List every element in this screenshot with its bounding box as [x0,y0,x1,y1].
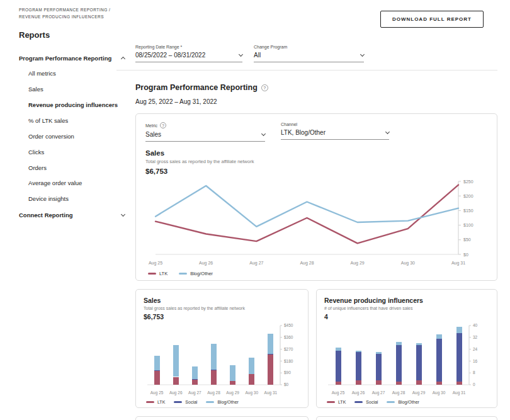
legend-item-blog-other: Blog/Other [387,400,419,404]
legend-label: Social [366,400,378,404]
legend-label: Blog/Other [217,400,238,404]
change-program-select[interactable]: Change Program All [254,45,364,62]
chevron-up-icon [121,57,125,61]
sidebar-item-clicks[interactable]: Clicks [19,149,126,156]
x-tick-label: Aug 29 [412,390,426,395]
bar-segment-social [416,345,422,380]
x-tick-label: Aug 30 [433,390,446,395]
bar-segment-ltk [436,382,442,385]
bar-segment-social [396,345,402,382]
x-tick-label: Aug 30 [401,261,415,266]
sidebar-item-revenue-producing-influencers[interactable]: Revenue producing influencers [19,102,126,109]
bar-segment-social [249,374,254,375]
influencers-bar-chart: 0816243240Aug 25Aug 26Aug 27Aug 28Aug 29… [324,321,489,399]
card-filters: Metric ? Sales Channel LTK, Blog/Other [145,122,487,142]
legend-swatch [174,401,182,403]
x-tick-label: Aug 28 [392,390,405,395]
x-tick-label: Aug 29 [226,390,239,395]
sidebar-item-device-insights[interactable]: Device insights [19,196,126,203]
legend-label: LTK [159,271,167,276]
channel-select-value[interactable]: LTK, Blog/Other [281,129,389,140]
report-date-range: Aug 25, 2022 – Aug 31, 2022 [135,98,497,105]
sidebar-section-connect-reporting[interactable]: Connect Reporting [19,212,125,219]
x-tick-label: Aug 29 [351,261,365,266]
line-series-blog-other [156,186,458,227]
chevron-down-icon [239,52,243,57]
y-tick-label: $270 [284,347,293,351]
sidebar-item-all-metrics[interactable]: All metrics [19,71,126,77]
bar-segment-social [154,370,160,371]
legend-swatch [354,401,363,403]
main-content: Reporting Date Range * 08/25/2022 – 08/3… [135,45,497,420]
bar-segment-social [268,354,273,355]
sidebar-item-average-order-value[interactable]: Average order value [19,180,126,187]
y-tick-label: $0 [463,253,468,257]
sidebar-section-program-performance-reporting[interactable]: Program Performance Reporting [19,55,125,62]
chart-legend: LTKSocialBlog/Other [324,400,489,404]
legend-item-social: Social [354,400,378,404]
bar-segment-blog-other [230,365,235,381]
sidebar-section-label: Connect Reporting [19,212,73,219]
sidebar-item-orders[interactable]: Orders [19,165,126,172]
x-tick-label: Aug 27 [249,261,263,266]
y-tick-label: $360 [284,335,293,339]
bar-segment-social [173,377,179,377]
x-tick-label: Aug 30 [245,390,258,395]
y-tick-label: $0 [284,382,289,387]
download-full-report-button[interactable]: DOWNLOAD FULL REPORT [380,11,484,28]
bar-segment-ltk [230,381,235,385]
legend-swatch [146,401,154,403]
channel-select[interactable]: Channel LTK, Blog/Other [281,122,389,142]
x-tick-label: Aug 27 [372,390,385,395]
report-title-row: Program Performance Reporting ? [135,83,497,92]
chevron-down-icon [121,212,125,217]
legend-swatch [387,401,395,403]
bar-segment-social [456,333,462,382]
date-range-select[interactable]: Reporting Date Range * 08/25/2022 – 08/3… [135,45,242,62]
date-range-label: Reporting Date Range * [135,45,242,49]
bar-segment-social [356,352,361,380]
legend-item-social: Social [174,400,197,404]
y-tick-label: $180 [284,359,293,363]
sales-trend-card: Metric ? Sales Channel LTK, Blog/Other [135,113,497,281]
y-tick-label: $250 [463,179,473,184]
y-tick-label: 24 [473,347,478,351]
bar-segment-ltk [456,382,462,385]
cards-row: Sales Total gross sales as reported by t… [135,289,497,408]
x-tick-label: Aug 31 [451,261,465,266]
sidebar-item-order-conversion[interactable]: Order conversion [19,133,126,140]
x-tick-label: Aug 31 [264,390,278,395]
chart-title: Revenue producing influencers [324,297,489,304]
bar-segment-ltk [356,380,361,385]
x-tick-label: Aug 25 [150,390,164,395]
metric-select[interactable]: Metric ? Sales [145,122,265,142]
chart-title: Sales [145,149,487,157]
chevron-down-icon [261,132,266,136]
sales-line-chart: $0$50$100$150$200$250Aug 25Aug 26Aug 27A… [145,175,487,270]
y-tick-label: $90 [284,370,291,375]
sidebar-item-sales[interactable]: Sales [19,86,126,93]
sidebar: Program Performance ReportingAll metrics… [19,45,126,420]
x-tick-label: Aug 31 [453,390,466,395]
bar-segment-blog-other [249,358,254,373]
legend-item-blog-other: Blog/Other [179,271,213,276]
sidebar-item-of-ltk-sales[interactable]: % of LTK sales [19,118,126,125]
legend-swatch [179,273,187,275]
date-range-select-value[interactable]: 08/25/2022 – 08/31/2022 [135,52,242,62]
chart-legend: LTKBlog/Other [145,271,487,276]
help-icon[interactable]: ? [160,122,166,128]
bar-segment-ltk [211,370,217,385]
change-program-select-value[interactable]: All [254,52,364,62]
legend-swatch [206,401,214,403]
change-program-value: All [254,52,261,59]
metric-select-value[interactable]: Sales [145,131,265,142]
help-icon[interactable]: ? [261,84,268,91]
legend-label: Blog/Other [398,400,419,404]
x-tick-label: Aug 26 [199,261,213,266]
chart-total-value: 4 [324,313,489,321]
legend-item-ltk: LTK [327,400,346,404]
bar-segment-ltk [173,377,179,385]
x-tick-label: Aug 28 [300,261,314,266]
y-tick-label: $450 [284,323,293,327]
topbar: PROGRAM PERFORMANCE REPORTING / REVENUE … [0,0,510,28]
